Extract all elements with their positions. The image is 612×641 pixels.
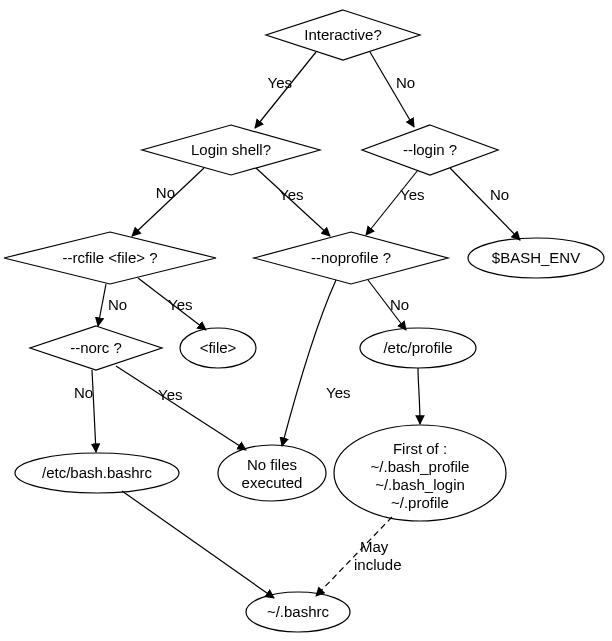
- node-etc-bashrc: /etc/bash.bashrc: [15, 453, 179, 493]
- label-home-bashrc: ~/.bashrc: [267, 603, 330, 620]
- node-norc: --norc ?: [30, 326, 162, 370]
- edge-label-loginopt-no: No: [490, 186, 509, 203]
- edge-label-interactive-yes: Yes: [268, 74, 292, 91]
- label-login-opt: --login ?: [403, 141, 457, 158]
- edge-label-interactive-no: No: [396, 74, 415, 91]
- label-first-of-2: ~/.bash_login: [375, 476, 465, 493]
- edge-label-norc-no: No: [74, 384, 93, 401]
- bash-startup-flowchart: Interactive? Login shell? --login ? --rc…: [0, 0, 612, 641]
- node-bash-env: $BASH_ENV: [468, 238, 604, 278]
- edge-label-noprofile-no: No: [390, 296, 409, 313]
- label-etc-bashrc: /etc/bash.bashrc: [42, 464, 153, 481]
- node-file: <file>: [180, 328, 256, 368]
- label-norc: --norc ?: [70, 339, 122, 356]
- edge-noprofile-yes: [282, 280, 336, 446]
- label-rcfile: --rcfile <file> ?: [62, 249, 157, 266]
- edge-label-rcfile-yes: Yes: [168, 296, 192, 313]
- node-login-opt: --login ?: [362, 125, 498, 175]
- label-login-shell: Login shell?: [191, 141, 271, 158]
- node-rcfile: --rcfile <file> ?: [4, 232, 216, 284]
- edge-label-loginshell-no: No: [156, 184, 175, 201]
- label-no-files-2: executed: [242, 474, 303, 491]
- label-no-files-1: No files: [247, 456, 297, 473]
- label-bash-env: $BASH_ENV: [492, 249, 580, 266]
- edge-label-may-1: May: [360, 538, 389, 555]
- label-first-of-1: ~/.bash_profile: [371, 458, 470, 475]
- node-etc-profile: /etc/profile: [360, 328, 476, 368]
- node-interactive: Interactive?: [266, 10, 420, 60]
- edge-label-norc-yes: Yes: [158, 386, 182, 403]
- edge-label-may-2: include: [354, 556, 402, 573]
- edge-label-noprofile-yes: Yes: [326, 384, 350, 401]
- edge-norc-yes: [116, 366, 246, 450]
- edge-etcbashrc-home: [122, 491, 274, 598]
- node-home-bashrc: ~/.bashrc: [246, 592, 350, 632]
- label-file: <file>: [200, 339, 237, 356]
- edge-rcfile-no: [98, 284, 106, 326]
- label-etc-profile: /etc/profile: [383, 339, 452, 356]
- node-no-files: No files executed: [218, 445, 326, 501]
- edge-label-loginopt-yes: Yes: [400, 186, 424, 203]
- label-noprofile: --noprofile ?: [311, 249, 391, 266]
- edge-norc-no: [92, 370, 96, 452]
- node-login-shell: Login shell?: [142, 125, 320, 175]
- label-first-of-3: ~/.profile: [391, 494, 449, 511]
- label-interactive: Interactive?: [304, 26, 382, 43]
- edge-loginopt-no: [450, 168, 520, 240]
- node-first-of: First of : ~/.bash_profile ~/.bash_login…: [334, 425, 506, 521]
- node-noprofile: --noprofile ?: [254, 232, 448, 284]
- label-first-of-0: First of :: [393, 440, 447, 457]
- edge-loginshell-no: [132, 168, 204, 236]
- edge-label-rcfile-no: No: [108, 296, 127, 313]
- edge-etcprofile-firstof: [418, 368, 420, 424]
- edge-label-loginshell-yes: Yes: [279, 186, 303, 203]
